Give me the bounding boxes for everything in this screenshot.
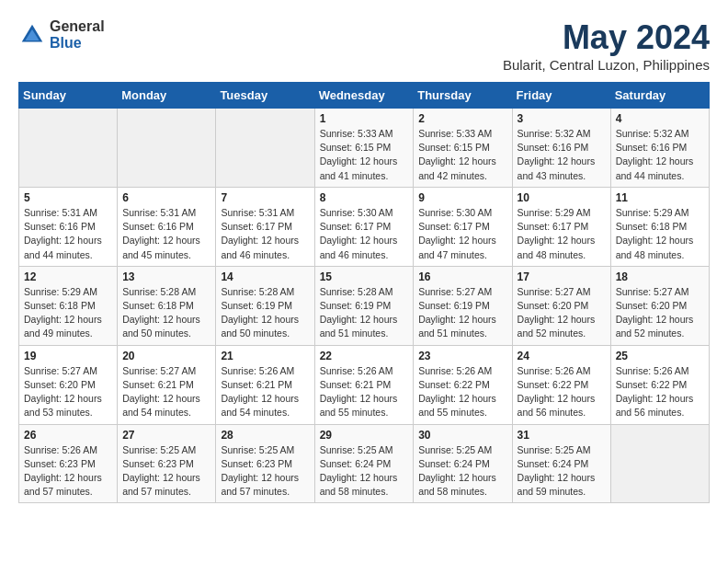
calendar-cell: 7Sunrise: 5:31 AMSunset: 6:17 PMDaylight… (216, 187, 314, 266)
calendar-header: SundayMondayTuesdayWednesdayThursdayFrid… (19, 83, 710, 109)
day-number: 1 (320, 112, 409, 125)
day-number: 2 (418, 112, 506, 125)
day-info: Sunrise: 5:26 AMSunset: 6:22 PMDaylight:… (616, 364, 704, 420)
day-info: Sunrise: 5:25 AMSunset: 6:24 PMDaylight:… (418, 443, 506, 500)
calendar-cell (118, 109, 216, 188)
logo-icon (18, 21, 46, 49)
calendar-cell: 1Sunrise: 5:33 AMSunset: 6:15 PMDaylight… (314, 109, 414, 188)
day-info: Sunrise: 5:30 AMSunset: 6:17 PMDaylight:… (320, 206, 409, 262)
day-info: Sunrise: 5:31 AMSunset: 6:16 PMDaylight:… (24, 206, 112, 262)
calendar-cell: 29Sunrise: 5:25 AMSunset: 6:24 PMDayligh… (314, 424, 414, 503)
day-info: Sunrise: 5:25 AMSunset: 6:24 PMDaylight:… (320, 443, 409, 500)
calendar-cell: 12Sunrise: 5:29 AMSunset: 6:18 PMDayligh… (19, 266, 118, 345)
day-info: Sunrise: 5:26 AMSunset: 6:23 PMDaylight:… (24, 443, 112, 500)
logo-text: General Blue (50, 18, 105, 51)
week-row-2: 5Sunrise: 5:31 AMSunset: 6:16 PMDaylight… (19, 187, 710, 266)
day-info: Sunrise: 5:26 AMSunset: 6:22 PMDaylight:… (418, 364, 506, 420)
calendar-cell: 28Sunrise: 5:25 AMSunset: 6:23 PMDayligh… (216, 424, 314, 503)
header-row: SundayMondayTuesdayWednesdayThursdayFrid… (19, 83, 710, 109)
logo-blue: Blue (50, 35, 105, 52)
day-info: Sunrise: 5:25 AMSunset: 6:23 PMDaylight:… (221, 443, 309, 500)
day-number: 11 (616, 191, 704, 204)
calendar-cell: 14Sunrise: 5:28 AMSunset: 6:19 PMDayligh… (216, 266, 314, 345)
day-number: 8 (320, 191, 409, 204)
day-info: Sunrise: 5:28 AMSunset: 6:18 PMDaylight:… (122, 285, 210, 341)
day-info: Sunrise: 5:30 AMSunset: 6:17 PMDaylight:… (418, 206, 506, 262)
day-number: 9 (418, 191, 506, 204)
day-number: 4 (616, 112, 704, 125)
day-number: 29 (320, 429, 409, 442)
day-info: Sunrise: 5:27 AMSunset: 6:20 PMDaylight:… (616, 285, 704, 341)
day-info: Sunrise: 5:27 AMSunset: 6:20 PMDaylight:… (518, 285, 606, 341)
calendar-cell: 17Sunrise: 5:27 AMSunset: 6:20 PMDayligh… (512, 266, 610, 345)
day-number: 21 (221, 350, 309, 362)
column-header-friday: Friday (512, 83, 610, 109)
calendar-cell: 5Sunrise: 5:31 AMSunset: 6:16 PMDaylight… (19, 187, 118, 266)
day-info: Sunrise: 5:26 AMSunset: 6:22 PMDaylight:… (518, 364, 606, 420)
column-header-monday: Monday (118, 83, 216, 109)
calendar-cell: 31Sunrise: 5:25 AMSunset: 6:24 PMDayligh… (512, 424, 610, 503)
title-block: May 2024 Bularit, Central Luzon, Philipp… (503, 18, 710, 73)
day-number: 18 (616, 270, 704, 283)
day-number: 3 (518, 112, 606, 125)
day-number: 27 (122, 429, 210, 442)
calendar-cell: 18Sunrise: 5:27 AMSunset: 6:20 PMDayligh… (610, 266, 709, 345)
day-number: 26 (24, 429, 112, 442)
main-title: May 2024 (503, 18, 710, 57)
calendar-cell: 30Sunrise: 5:25 AMSunset: 6:24 PMDayligh… (414, 424, 512, 503)
calendar-cell: 19Sunrise: 5:27 AMSunset: 6:20 PMDayligh… (19, 345, 118, 424)
week-row-4: 19Sunrise: 5:27 AMSunset: 6:20 PMDayligh… (19, 345, 710, 424)
subtitle: Bularit, Central Luzon, Philippines (503, 57, 710, 73)
week-row-1: 1Sunrise: 5:33 AMSunset: 6:15 PMDaylight… (19, 109, 710, 188)
calendar-cell: 10Sunrise: 5:29 AMSunset: 6:17 PMDayligh… (512, 187, 610, 266)
logo-general: General (50, 18, 105, 35)
day-number: 7 (221, 191, 309, 204)
calendar-cell (216, 109, 314, 188)
day-info: Sunrise: 5:27 AMSunset: 6:21 PMDaylight:… (122, 364, 210, 420)
day-info: Sunrise: 5:27 AMSunset: 6:20 PMDaylight:… (24, 364, 112, 420)
column-header-saturday: Saturday (610, 83, 709, 109)
day-info: Sunrise: 5:25 AMSunset: 6:23 PMDaylight:… (122, 443, 210, 500)
logo: General Blue (18, 18, 105, 51)
day-info: Sunrise: 5:28 AMSunset: 6:19 PMDaylight:… (320, 285, 409, 341)
day-number: 28 (221, 429, 309, 442)
calendar-cell: 3Sunrise: 5:32 AMSunset: 6:16 PMDaylight… (512, 109, 610, 188)
day-number: 23 (418, 350, 506, 362)
day-number: 20 (122, 350, 210, 362)
day-number: 22 (320, 350, 409, 362)
column-header-thursday: Thursday (414, 83, 512, 109)
day-number: 6 (122, 191, 210, 204)
day-number: 10 (518, 191, 606, 204)
day-info: Sunrise: 5:26 AMSunset: 6:21 PMDaylight:… (221, 364, 309, 420)
calendar-cell: 23Sunrise: 5:26 AMSunset: 6:22 PMDayligh… (414, 345, 512, 424)
day-info: Sunrise: 5:28 AMSunset: 6:19 PMDaylight:… (221, 285, 309, 341)
calendar-body: 1Sunrise: 5:33 AMSunset: 6:15 PMDaylight… (19, 109, 710, 503)
calendar-cell: 20Sunrise: 5:27 AMSunset: 6:21 PMDayligh… (118, 345, 216, 424)
page-header: General Blue May 2024 Bularit, Central L… (18, 18, 710, 73)
calendar-cell: 11Sunrise: 5:29 AMSunset: 6:18 PMDayligh… (610, 187, 709, 266)
day-number: 25 (616, 350, 704, 362)
week-row-3: 12Sunrise: 5:29 AMSunset: 6:18 PMDayligh… (19, 266, 710, 345)
calendar-cell: 9Sunrise: 5:30 AMSunset: 6:17 PMDaylight… (414, 187, 512, 266)
day-number: 31 (518, 429, 606, 442)
day-info: Sunrise: 5:29 AMSunset: 6:17 PMDaylight:… (518, 206, 606, 262)
week-row-5: 26Sunrise: 5:26 AMSunset: 6:23 PMDayligh… (19, 424, 710, 503)
calendar-cell: 26Sunrise: 5:26 AMSunset: 6:23 PMDayligh… (19, 424, 118, 503)
day-info: Sunrise: 5:33 AMSunset: 6:15 PMDaylight:… (320, 127, 409, 183)
calendar-cell: 24Sunrise: 5:26 AMSunset: 6:22 PMDayligh… (512, 345, 610, 424)
calendar-cell: 13Sunrise: 5:28 AMSunset: 6:18 PMDayligh… (118, 266, 216, 345)
day-number: 15 (320, 270, 409, 283)
calendar-table: SundayMondayTuesdayWednesdayThursdayFrid… (18, 82, 710, 503)
day-info: Sunrise: 5:32 AMSunset: 6:16 PMDaylight:… (616, 127, 704, 183)
calendar-cell: 4Sunrise: 5:32 AMSunset: 6:16 PMDaylight… (610, 109, 709, 188)
calendar-cell: 27Sunrise: 5:25 AMSunset: 6:23 PMDayligh… (118, 424, 216, 503)
day-number: 14 (221, 270, 309, 283)
day-info: Sunrise: 5:29 AMSunset: 6:18 PMDaylight:… (616, 206, 704, 262)
day-number: 13 (122, 270, 210, 283)
day-info: Sunrise: 5:31 AMSunset: 6:17 PMDaylight:… (221, 206, 309, 262)
day-number: 5 (24, 191, 112, 204)
calendar-cell: 2Sunrise: 5:33 AMSunset: 6:15 PMDaylight… (414, 109, 512, 188)
calendar-cell: 15Sunrise: 5:28 AMSunset: 6:19 PMDayligh… (314, 266, 414, 345)
calendar-cell: 22Sunrise: 5:26 AMSunset: 6:21 PMDayligh… (314, 345, 414, 424)
day-info: Sunrise: 5:33 AMSunset: 6:15 PMDaylight:… (418, 127, 506, 183)
